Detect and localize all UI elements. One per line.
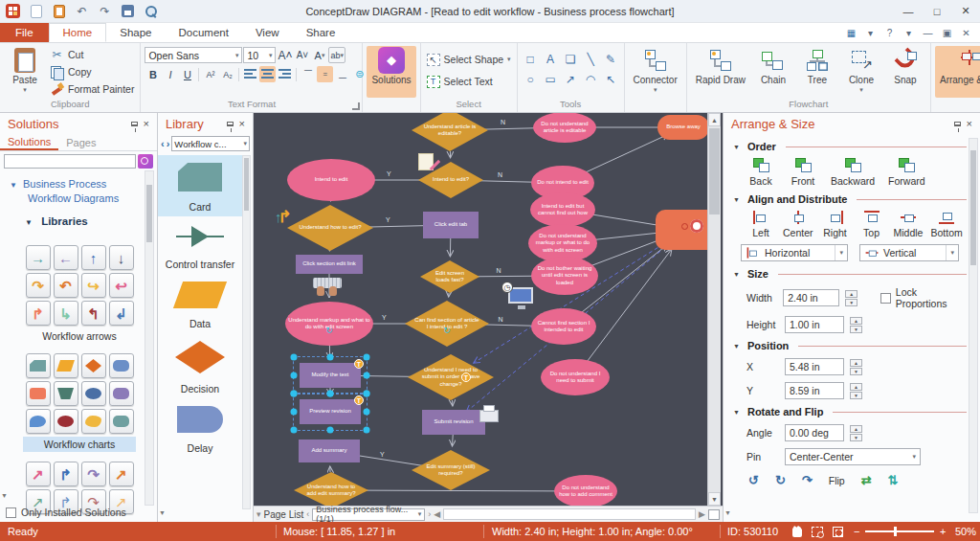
tab-document[interactable]: Document [165, 23, 241, 42]
close-panel-icon[interactable]: × [239, 118, 245, 129]
cut-button[interactable]: ✂Cut [48, 47, 136, 62]
open-icon[interactable] [54, 5, 65, 18]
align-left-icon[interactable] [242, 66, 258, 82]
flowchart-node[interactable]: Intend to edit but cannot find out how [530, 192, 595, 227]
shape-tile[interactable] [109, 353, 134, 378]
shape-tile[interactable] [81, 409, 106, 434]
tab-home[interactable]: Home [49, 23, 107, 42]
rotate-arbitrary-icon[interactable]: ↷ [802, 473, 813, 487]
collapse-icon[interactable]: ▾ [256, 509, 261, 519]
scroll-down-icon[interactable]: ▼ [158, 509, 167, 516]
arc-tool-icon[interactable]: ◠ [582, 70, 600, 88]
width-input[interactable]: 2.40 in [783, 289, 839, 306]
minimize-button[interactable]: — [894, 0, 923, 22]
ellipse-tool-icon[interactable]: ○ [522, 70, 540, 88]
superscript-icon[interactable]: A² [202, 66, 218, 82]
help-dropdown-icon[interactable]: ▾ [902, 27, 915, 39]
line-tool-icon[interactable]: ╲ [582, 50, 600, 68]
shape-tile[interactable]: ↷ [26, 273, 51, 298]
position-y-stepper[interactable]: ▲▼ [850, 383, 862, 399]
canvas-vertical-scrollbar[interactable]: ▲ ▼ [707, 113, 721, 506]
format-painter-button[interactable]: Format Painter [48, 81, 136, 97]
flowchart-node[interactable]: Do not bother waiting until edit screen … [531, 257, 598, 295]
solutions-scrollbar[interactable] [145, 170, 154, 506]
font-color-icon[interactable]: A▾ [311, 47, 327, 63]
angle-stepper[interactable]: ▲▼ [850, 425, 862, 441]
zoom-select-icon[interactable] [812, 527, 823, 537]
flowchart-node[interactable]: Can find section of article I intend to … [405, 301, 489, 347]
shape-tile[interactable]: ↗ [26, 462, 51, 486]
flowchart-node[interactable]: Do not understand how to add comment [554, 475, 617, 506]
shape-tile[interactable]: ↱ [26, 301, 51, 326]
tab-file[interactable]: File [0, 23, 49, 42]
shape-tile[interactable] [26, 353, 51, 378]
flowchart-node[interactable]: Modify the textT [300, 363, 361, 388]
library-forward-icon[interactable]: › [167, 138, 170, 149]
shape-tile[interactable] [26, 381, 51, 406]
shape-tile[interactable] [109, 381, 134, 406]
tree-button[interactable]: Tree [796, 46, 838, 98]
flowchart-node[interactable]: Understand how to add edit summary? [294, 472, 368, 506]
help-icon[interactable]: ? [883, 27, 896, 39]
library-group-label[interactable]: Workflow arrows [23, 328, 136, 344]
pin-icon[interactable] [227, 122, 234, 126]
pan-tool-icon[interactable] [792, 526, 802, 537]
zoom-slider[interactable] [865, 530, 934, 532]
layout-dropdown-icon[interactable]: ▾ [864, 27, 877, 39]
solutions-search-button[interactable] [138, 154, 153, 169]
shape-tile[interactable] [54, 381, 78, 406]
zoom-out-icon[interactable]: − [854, 522, 859, 541]
valign-top-icon[interactable]: ⎺ [300, 66, 316, 82]
library-group-label[interactable]: Workflow charts [23, 437, 136, 452]
bring-forward-button[interactable]: Forward [888, 158, 925, 187]
shape-tile[interactable]: ↓ [109, 245, 134, 270]
flowchart-node[interactable]: Understand markup and what to do with ed… [285, 302, 373, 346]
align-section-header[interactable]: Align and Distribute [733, 193, 967, 205]
align-middle-button[interactable]: Middle [894, 211, 924, 238]
align-left-button[interactable]: Left [746, 211, 775, 238]
page-select[interactable]: Business process flow... (1/1)▾ [312, 508, 425, 521]
height-input[interactable]: 1.00 in [785, 316, 844, 333]
text-tool-icon[interactable]: A [542, 50, 560, 68]
save-icon[interactable] [122, 5, 134, 17]
clone-button[interactable]: Clone▾ [840, 46, 882, 98]
shape-tile[interactable] [54, 353, 78, 378]
page-options-icon[interactable] [708, 509, 720, 520]
rotate-right-icon[interactable]: ↻ [775, 473, 786, 487]
lock-proportions-checkbox[interactable] [880, 293, 890, 304]
scroll-left-icon[interactable]: ◀ [434, 509, 440, 519]
align-center-button[interactable]: Center [783, 211, 813, 238]
window-layout-icon[interactable]: ▦ [845, 27, 858, 39]
search-icon[interactable] [145, 5, 158, 18]
rotate-left-icon[interactable]: ↺ [748, 473, 759, 487]
flowchart-node[interactable]: Understand how to edit? [287, 205, 373, 251]
align-top-button[interactable]: Top [858, 211, 886, 238]
maximize-button[interactable]: □ [923, 0, 951, 22]
paste-button[interactable]: Paste▾ [4, 46, 46, 98]
scroll-down-icon[interactable]: ▼ [708, 492, 721, 506]
shape-tile[interactable]: ↩ [109, 273, 134, 298]
send-to-back-button[interactable]: Back [746, 158, 775, 187]
italic-icon[interactable]: I [162, 66, 178, 82]
underline-icon[interactable]: U [179, 66, 195, 82]
shape-tile[interactable]: ↳ [54, 301, 78, 326]
shape-tile[interactable]: ← [54, 245, 78, 270]
next-page-icon[interactable]: › [428, 509, 431, 519]
only-installed-checkbox[interactable] [6, 507, 16, 518]
send-backward-button[interactable]: Backward [831, 158, 875, 187]
library-item-delay[interactable]: Delay [158, 398, 242, 458]
flowchart-node[interactable]: Understand I need to submit in order to … [408, 354, 494, 400]
library-item-data[interactable]: Data [158, 274, 242, 333]
shape-tile[interactable]: ↲ [109, 301, 134, 326]
shape-tile[interactable] [81, 381, 106, 406]
flowchart-node[interactable]: Submit revision [422, 410, 485, 435]
chain-button[interactable]: Chain [752, 46, 794, 98]
flowchart-node[interactable]: Intend to edit [287, 159, 375, 201]
arrow-tool-icon[interactable]: ↗ [562, 70, 580, 88]
font-size-select[interactable]: 10▾ [243, 47, 276, 63]
close-panel-icon[interactable]: × [967, 118, 972, 129]
shape-tile[interactable] [109, 409, 134, 434]
library-item-control-transfer[interactable]: Control transfer [158, 216, 242, 274]
shape-tile[interactable]: ↱ [54, 462, 78, 486]
decrease-font-icon[interactable]: A˅ [294, 47, 310, 63]
